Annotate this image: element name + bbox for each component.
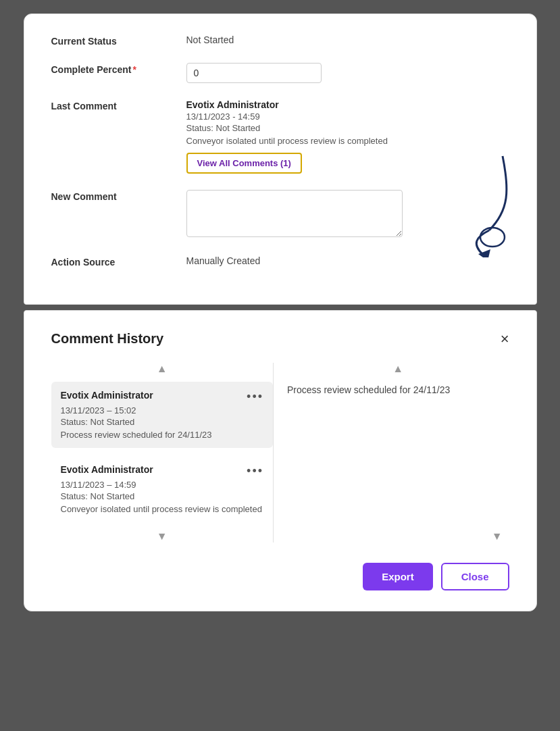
comment-item-2-date: 13/11/2023 – 14:59 xyxy=(61,480,264,490)
scroll-up-left[interactable]: ▲ xyxy=(51,363,274,375)
complete-percent-input[interactable] xyxy=(186,63,322,83)
comment-item-1-date: 13/11/2023 – 15:02 xyxy=(61,405,264,415)
action-source-value: Manually Created xyxy=(186,255,509,266)
comment-item-2-menu[interactable]: ••• xyxy=(247,464,263,478)
scroll-down-left[interactable]: ▼ xyxy=(51,530,274,543)
comments-right-panel: ▲ Process review scheduled for 24/11/23 … xyxy=(274,363,509,543)
complete-percent-field xyxy=(186,63,509,83)
action-source-label: Action Source xyxy=(51,255,186,268)
comment-item-1-author: Evotix Administrator xyxy=(61,390,153,401)
comment-item-2-author: Evotix Administrator xyxy=(61,464,153,475)
comment-item-2-body: Conveyor isolated until process review i… xyxy=(61,504,264,514)
top-panel: Current Status Not Started Complete Perc… xyxy=(24,14,537,305)
complete-percent-label: Complete Percent* xyxy=(51,63,186,75)
new-comment-row: New Comment xyxy=(51,190,509,239)
comment-item-1-body: Process review scheduled for 24/11/23 xyxy=(61,430,264,440)
comments-left-panel: ▲ Evotix Administrator ••• 13/11/2023 – … xyxy=(51,363,274,543)
current-status-value: Not Started xyxy=(186,34,509,45)
current-status-row: Current Status Not Started xyxy=(51,34,509,47)
comment-item-2-status: Status: Not Started xyxy=(61,491,264,501)
last-comment-datetime: 13/11/2023 - 14:59 xyxy=(186,111,509,122)
right-comment-text: Process review scheduled for 24/11/23 xyxy=(287,382,509,395)
comment-history-panel: Comment History × ▲ Evotix Administrator… xyxy=(24,310,537,611)
scroll-up-right[interactable]: ▲ xyxy=(287,363,509,375)
comment-item-1-status: Status: Not Started xyxy=(61,417,264,427)
complete-percent-row: Complete Percent* xyxy=(51,63,509,83)
modal-body: ▲ Evotix Administrator ••• 13/11/2023 – … xyxy=(51,363,509,543)
new-comment-textarea[interactable] xyxy=(186,190,403,237)
last-comment-row: Last Comment Evotix Administrator 13/11/… xyxy=(51,99,509,174)
new-comment-field xyxy=(186,190,509,239)
current-status-label: Current Status xyxy=(51,34,186,47)
comment-item-1: Evotix Administrator ••• 13/11/2023 – 15… xyxy=(51,382,274,448)
modal-footer: Export Close xyxy=(51,563,509,590)
new-comment-label: New Comment xyxy=(51,190,186,202)
comment-item-1-header: Evotix Administrator ••• xyxy=(61,390,264,404)
modal-title: Comment History xyxy=(51,331,164,347)
modal-header: Comment History × xyxy=(51,331,509,347)
comment-item-2-header: Evotix Administrator ••• xyxy=(61,464,264,478)
close-button[interactable]: Close xyxy=(441,563,509,590)
comment-item-1-menu[interactable]: ••• xyxy=(247,390,263,404)
last-comment-content: Evotix Administrator 13/11/2023 - 14:59 … xyxy=(186,99,509,174)
last-comment-status: Status: Not Started xyxy=(186,123,509,133)
last-comment-body: Conveyor isolated until process review i… xyxy=(186,136,509,146)
close-modal-button[interactable]: × xyxy=(501,332,509,347)
scroll-down-right[interactable]: ▼ xyxy=(492,530,503,543)
action-source-row: Action Source Manually Created xyxy=(51,255,509,268)
comment-item-2: Evotix Administrator ••• 13/11/2023 – 14… xyxy=(51,456,274,522)
last-comment-label: Last Comment xyxy=(51,99,186,111)
last-comment-author: Evotix Administrator xyxy=(186,99,509,110)
export-button[interactable]: Export xyxy=(363,563,433,590)
panel-gap xyxy=(24,305,537,310)
view-all-comments-button[interactable]: View All Comments (1) xyxy=(186,153,302,174)
